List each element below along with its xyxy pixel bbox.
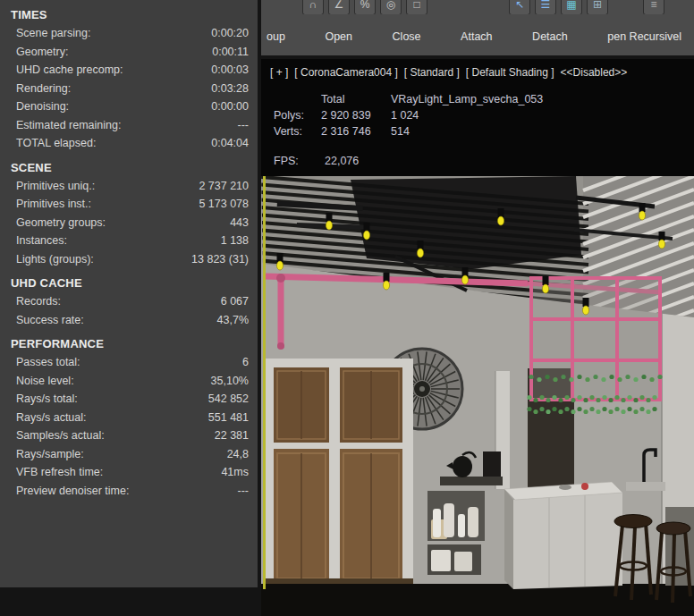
stat-row: Primitives inst.:5 173 078 [0, 195, 258, 214]
stat-label: Denoising: [16, 99, 69, 114]
scene-edge-highlight [263, 176, 266, 589]
stat-label: Estimated remaining: [16, 118, 121, 133]
group-button[interactable]: oup [263, 28, 289, 46]
stat-label: TOTAL elapsed: [16, 136, 96, 151]
stat-value: --- [238, 118, 250, 133]
stat-value: 542 852 [208, 392, 249, 407]
stat-value: 13 823 (31) [191, 252, 249, 267]
stat-value: 0:00:11 [212, 45, 249, 60]
snap-toggle-icon[interactable]: ∩ [302, 0, 324, 14]
attach-button[interactable]: Attach [457, 28, 495, 46]
close-button[interactable]: Close [389, 28, 425, 46]
named-selection-sets-icon[interactable]: □ [406, 0, 427, 14]
stat-label: Rays/sample: [16, 447, 84, 462]
stat-row: Estimated remaining:--- [0, 116, 258, 135]
stats-spacer [270, 91, 317, 107]
stat-label: Rendering: [16, 81, 71, 97]
open-button[interactable]: Open [321, 28, 356, 46]
manage-layers-icon[interactable]: ≡ [643, 0, 664, 14]
viewport-camera-label[interactable]: [ CoronaCamera004 ] [294, 66, 397, 79]
fps-value: 22,076 [321, 153, 359, 169]
app-window: TIMESScene parsing:0:00:20Geometry:0:00:… [0, 0, 694, 616]
viewport-shading-label[interactable]: [ Default Shading ] [466, 66, 554, 79]
stat-label: Geometry groups: [16, 215, 106, 231]
stat-label: Samples/s actual: [16, 428, 105, 443]
stat-row: Rays/sample:24,8 [0, 445, 258, 464]
stat-row: Geometry groups:443 [0, 214, 258, 232]
scene-render[interactable] [261, 176, 694, 616]
detach-button[interactable]: Detach [529, 28, 571, 46]
select-by-name-icon[interactable]: ☰ [535, 0, 556, 14]
stat-label: Success rate: [16, 313, 84, 328]
stat-row: Rays/s actual:551 481 [0, 409, 258, 427]
stat-row: Scene parsing:0:00:20 [0, 24, 258, 43]
stat-value: 0:00:20 [211, 26, 249, 41]
stat-value: --- [238, 484, 250, 499]
select-object-cursor-icon[interactable]: ↖ [509, 0, 530, 14]
viewport-standard-label[interactable]: [ Standard ] [404, 66, 460, 79]
stat-row: Preview denoiser time:--- [0, 482, 258, 501]
stat-value: 0:00:03 [211, 63, 249, 78]
pink-rack [529, 276, 662, 401]
stats-col-total: Total [317, 91, 387, 107]
stat-row: TOTAL elapsed:0:04:04 [0, 134, 258, 153]
angle-snap-toggle-icon[interactable]: ∠ [328, 0, 350, 14]
stat-value: 0:03:28 [211, 81, 249, 97]
stat-row: Instances:1 138 [0, 232, 258, 250]
wooden-cabinets [265, 359, 413, 586]
stat-label: Preview denoiser time: [16, 484, 129, 499]
main-toolbar: ∩∠%◎□↖☰▦⊞≡ oupOpenCloseAttachDetachpen R… [261, 0, 694, 55]
viewport[interactable]: [ + ] [ CoronaCamera004 ] [ Standard ] [… [261, 59, 694, 616]
verts-total-value: 2 316 746 [317, 123, 387, 139]
stat-label: Instances: [16, 233, 67, 249]
section-title: UHD CACHE [11, 276, 258, 290]
stat-row: Samples/s actual:22 381 [0, 426, 258, 445]
stat-row: Rays/s total:542 852 [0, 390, 258, 409]
stat-row: Geometry:0:00:11 [0, 43, 258, 62]
stat-row: Success rate:43,7% [0, 311, 258, 330]
polys-label: Polys: [270, 107, 317, 123]
window-crossing-selection-icon[interactable]: ⊞ [587, 0, 608, 14]
stat-label: UHD cache precomp: [16, 63, 123, 78]
stat-label: Rays/s total: [16, 392, 78, 407]
stats-sections: TIMESScene parsing:0:00:20Geometry:0:00:… [0, 8, 258, 500]
selection-region-icon[interactable]: ▦ [561, 0, 582, 14]
open-recursively-button[interactable]: pen Recursivel [604, 28, 685, 46]
viewport-statistics: Total VRayLight_Lamp_svecha_053 Polys: 2… [270, 91, 543, 169]
stat-value: 0:00:00 [211, 99, 249, 114]
viewport-menu-toggle[interactable]: [ + ] [270, 66, 288, 79]
stat-value: 6 [242, 355, 249, 370]
stat-row: Passes total:6 [0, 353, 258, 372]
stat-row: VFB refresh time:41ms [0, 463, 258, 482]
stat-label: Passes total: [16, 355, 80, 370]
stat-row: Denoising:0:00:00 [0, 97, 258, 116]
fps-label: FPS: [270, 153, 321, 169]
shelf-bottles [427, 491, 485, 575]
stat-value: 443 [230, 215, 249, 231]
spinner-snap-toggle-icon[interactable]: ◎ [380, 0, 402, 14]
stat-value: 43,7% [217, 313, 249, 328]
viewport-scene[interactable] [261, 176, 694, 616]
scene-floor [261, 584, 694, 616]
stat-label: Lights (groups): [16, 252, 94, 267]
verts-selected-value: 514 [387, 123, 543, 139]
stat-label: Primitives inst.: [16, 197, 91, 212]
polys-selected-value: 1 024 [387, 107, 543, 123]
stat-label: Primitives uniq.: [16, 179, 95, 194]
stat-label: Geometry: [16, 45, 68, 60]
stat-value: 1 138 [221, 233, 249, 249]
percent-snap-toggle-icon[interactable]: % [354, 0, 376, 14]
section-title: PERFORMANCE [11, 337, 258, 350]
verts-label: Verts: [270, 123, 317, 139]
stat-label: Records: [16, 294, 61, 309]
stat-label: Noise level: [16, 374, 74, 389]
toolbar-buttons: oupOpenCloseAttachDetachpen Recursivel [261, 28, 694, 46]
stat-row: Lights (groups):13 823 (31) [0, 250, 258, 269]
stats-col-selected-object: VRayLight_Lamp_svecha_053 [387, 91, 543, 107]
stat-value: 5 173 078 [199, 197, 249, 212]
stat-value: 35,10% [211, 374, 249, 389]
stat-row: Primitives uniq.:2 737 210 [0, 177, 258, 196]
stat-value: 0:04:04 [211, 136, 249, 151]
stat-row: Records:6 067 [0, 292, 258, 311]
stat-value: 551 481 [208, 410, 249, 426]
